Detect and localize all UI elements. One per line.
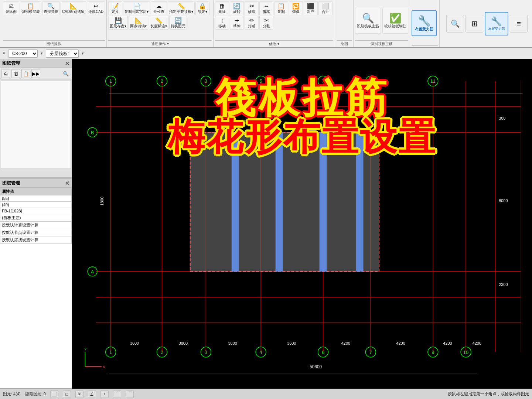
svg-text:8: 8 bbox=[369, 78, 372, 84]
layer-panel-close[interactable]: ✕ bbox=[65, 180, 69, 186]
svg-text:3: 3 bbox=[205, 349, 207, 355]
status-btn-snap[interactable]: ⬜ bbox=[50, 391, 58, 398]
main-content: 图纸管理 ✕ 🗂 🗑 📋 ▶▶ 🔍 图层管理 ✕ bbox=[0, 59, 532, 389]
svg-text:2: 2 bbox=[161, 78, 163, 84]
svg-text:Y: Y bbox=[84, 347, 87, 351]
svg-text:1800: 1800 bbox=[100, 197, 104, 205]
ribbon-group-identify: 🔍 识别筏板主筋 ✅ 校核筏板钢筋 识别筏板主筋 bbox=[354, 0, 410, 47]
drawing-btn-forward[interactable]: ▶▶ bbox=[31, 69, 40, 78]
table-row[interactable]: (55) bbox=[0, 195, 72, 202]
btn-restore-cad[interactable]: ↩ 还厚CAD bbox=[87, 1, 105, 15]
table-row[interactable]: (筏板主筋) bbox=[0, 214, 72, 222]
ribbon-label-drawings: 图纸操作 bbox=[3, 40, 105, 47]
btn-set-scale[interactable]: ⚖ 设比例 bbox=[3, 1, 19, 15]
ribbon-group-arrange: 🔧 布置受力筋 bbox=[410, 0, 440, 47]
btn-cad-options[interactable]: 📐 CAD识别选项 bbox=[61, 1, 86, 15]
ribbon-label-general: 通用操作 ▾ bbox=[108, 40, 212, 47]
btn-merge[interactable]: ⬜ 合并 bbox=[318, 1, 332, 15]
status-btn-arc[interactable]: ⌒ bbox=[113, 391, 121, 398]
layer-selector[interactable]: 分层筏板1 bbox=[46, 50, 79, 58]
btn-cloud-check[interactable]: ☁ 云检查 bbox=[151, 1, 167, 15]
btn-top-right-1[interactable]: 🔍 bbox=[446, 15, 464, 33]
btn-find-replace[interactable]: 🔍 查找替换 bbox=[42, 1, 60, 15]
drawing-panel-title: 图纸管理 bbox=[2, 60, 20, 66]
svg-text:11: 11 bbox=[430, 78, 436, 84]
btn-rotate[interactable]: 🔄 旋转 bbox=[230, 1, 244, 15]
btn-mirror[interactable]: 🔁 镜像 bbox=[289, 1, 303, 15]
ribbon-group-general: 📝 定义 📄 复制到其它层▾ ☁ 云检查 📏 指定平齐顶板▾ 🔒 锁定▾ 💾 bbox=[107, 0, 214, 47]
btn-move[interactable]: ↕ 移动 bbox=[215, 16, 229, 30]
ribbon-label-identify: 识别筏板主筋 bbox=[355, 40, 408, 47]
btn-trim[interactable]: ✂ 修剪 bbox=[245, 1, 259, 15]
btn-align-top[interactable]: 📏 指定平齐顶板▾ bbox=[168, 1, 195, 15]
btn-convert-element[interactable]: 🔄 转换图元 bbox=[169, 16, 187, 30]
btn-lock[interactable]: 🔒 锁定▾ bbox=[195, 1, 209, 15]
rebar-selector[interactable]: C8-200 bbox=[8, 50, 38, 58]
status-bar: 图元: 4(4) 隐藏图元: 0 ⬜ □ ✕ ∠ + ⌒ ⌒ 按鼠标左键指定第一… bbox=[0, 389, 532, 399]
svg-text:9: 9 bbox=[432, 349, 434, 355]
layer-table: 属性值 (55) (49) FB-1[1028] bbox=[0, 188, 72, 244]
status-btn-ortho[interactable]: ✕ bbox=[75, 391, 83, 398]
svg-text:8000: 8000 bbox=[499, 198, 508, 203]
layer-col-property: 属性值 bbox=[0, 188, 72, 195]
svg-text:A: A bbox=[91, 269, 94, 274]
drawing-panel-header: 图纸管理 ✕ bbox=[0, 59, 72, 68]
status-btn-grid[interactable]: □ bbox=[63, 391, 71, 398]
ribbon-toolbar: ⚖ 设比例 📋 识别楼层表 🔍 查找替换 📐 CAD识别选项 ↩ 还厚CAD 图… bbox=[0, 0, 532, 48]
btn-verify-slab-rebar[interactable]: ✅ 校核筏板钢筋 bbox=[382, 8, 408, 34]
table-row[interactable]: 按默认节点设置计算 bbox=[0, 229, 72, 236]
btn-copy[interactable]: 📋 复制 bbox=[274, 1, 288, 15]
status-btn-curve[interactable]: ⌒ bbox=[126, 391, 134, 398]
btn-save-element[interactable]: 💾 图元存盘▾ bbox=[108, 16, 128, 30]
svg-text:4200: 4200 bbox=[473, 341, 481, 345]
svg-text:2: 2 bbox=[161, 349, 163, 355]
drawing-panel-close[interactable]: ✕ bbox=[65, 61, 69, 66]
btn-extend[interactable]: ➡ 延伸 bbox=[230, 16, 244, 30]
drawing-search-icon[interactable]: 🔍 bbox=[61, 69, 70, 78]
svg-text:2300: 2300 bbox=[499, 282, 508, 287]
btn-top-right-active[interactable]: 🔧 布置受力筋 bbox=[485, 12, 508, 35]
btn-top-right-3[interactable]: ≡ bbox=[510, 15, 528, 33]
svg-text:10: 10 bbox=[463, 349, 468, 355]
drawing-btn-delete[interactable]: 🗑 bbox=[11, 69, 20, 78]
svg-text:5: 5 bbox=[259, 78, 262, 84]
status-btn-plus[interactable]: + bbox=[100, 391, 109, 398]
btn-identify-slab-rebar[interactable]: 🔍 识别筏板主筋 bbox=[355, 8, 381, 34]
svg-text:1: 1 bbox=[109, 349, 112, 355]
svg-text:X: X bbox=[103, 365, 105, 369]
table-row[interactable]: 按默认搭接设置计算 bbox=[0, 236, 72, 244]
btn-top-right-2[interactable]: ⊞ bbox=[466, 15, 483, 33]
table-row[interactable]: (49) bbox=[0, 202, 72, 208]
status-elements: 图元: 4(4) bbox=[3, 391, 21, 397]
ribbon-group-modify: 🗑 删除 🔄 旋转 ✂ 修剪 ↔ 偏移 📋 复制 🔁 镜像 bbox=[214, 0, 335, 47]
ribbon-label-modify: 修改 ▾ bbox=[215, 40, 333, 47]
svg-rect-20 bbox=[320, 132, 327, 272]
svg-text:3: 3 bbox=[205, 78, 207, 84]
cad-svg: 1 2 3 5 7 8 11 1 2 3 4 6 bbox=[72, 59, 532, 389]
drawing-btn-copy[interactable]: 📋 bbox=[21, 69, 30, 78]
svg-rect-21 bbox=[356, 132, 364, 272]
svg-rect-16 bbox=[190, 132, 379, 272]
btn-offset[interactable]: ↔ 偏移 bbox=[259, 1, 273, 15]
svg-text:6: 6 bbox=[322, 349, 324, 355]
table-row[interactable]: FB-1[1028] bbox=[0, 208, 72, 214]
btn-align[interactable]: ⬛ 对齐 bbox=[304, 1, 318, 15]
btn-identify-floor[interactable]: 📋 识别楼层表 bbox=[20, 1, 41, 15]
layer-panel-header: 图层管理 ✕ bbox=[0, 179, 72, 188]
ribbon-label-draw: 绘图 bbox=[337, 40, 352, 47]
svg-text:3800: 3800 bbox=[228, 341, 237, 345]
status-btn-angle[interactable]: ∠ bbox=[88, 391, 96, 398]
btn-arrange-rebar[interactable]: 🔧 布置受力筋 bbox=[412, 10, 437, 36]
drawing-btn-folder[interactable]: 🗂 bbox=[1, 69, 10, 78]
btn-delete[interactable]: 🗑 删除 bbox=[215, 1, 229, 15]
svg-text:4200: 4200 bbox=[443, 341, 452, 345]
btn-break[interactable]: ✏ 打断 bbox=[245, 16, 259, 30]
btn-length-mark[interactable]: 📏 长度标注▾ bbox=[149, 16, 168, 30]
btn-copy-to-layer[interactable]: 📄 复制到其它层▾ bbox=[123, 1, 150, 15]
cad-canvas[interactable]: 1 2 3 5 7 8 11 1 2 3 4 6 bbox=[72, 59, 532, 389]
table-row[interactable]: 按默认计算设置计算 bbox=[0, 222, 72, 229]
btn-split[interactable]: ✂ 分割 bbox=[259, 16, 273, 30]
svg-text:4: 4 bbox=[259, 349, 262, 355]
btn-two-point-axis[interactable]: 📐 两点辅轴▾ bbox=[129, 16, 148, 30]
btn-define[interactable]: 📝 定义 bbox=[108, 1, 122, 15]
